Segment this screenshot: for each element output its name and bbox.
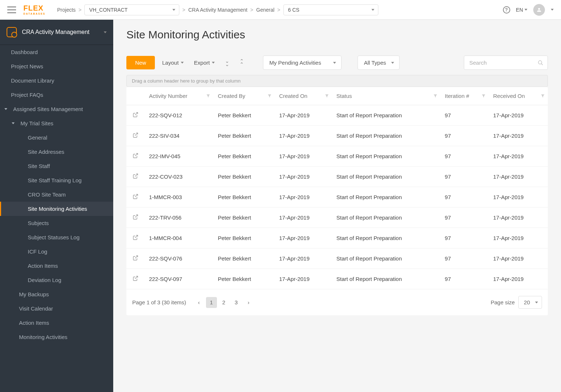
search-icon[interactable] (538, 60, 543, 66)
prev-page-button[interactable]: ‹ (194, 297, 205, 308)
sidebar-item[interactable]: Visit Calendar (0, 301, 113, 316)
table-row[interactable]: 222-IMV-045Peter Bekkert17-Apr-2019Start… (126, 146, 548, 167)
cell: Start of Report Preparation (332, 105, 440, 126)
search-box (464, 56, 548, 70)
sidebar-item[interactable]: Monitoring Activities (0, 330, 113, 344)
open-external-icon[interactable] (133, 214, 138, 220)
filter-icon[interactable] (433, 93, 438, 99)
search-input[interactable] (464, 56, 548, 70)
new-button[interactable]: New (126, 56, 155, 69)
sidebar-item[interactable]: Action Items (0, 316, 113, 330)
column-header[interactable]: Created On (275, 87, 332, 105)
open-cell[interactable] (126, 269, 145, 289)
open-external-icon[interactable] (133, 153, 138, 159)
collapse-all-button[interactable]: ⌃⌃ (237, 57, 247, 68)
sidebar-item-my-trial-sites[interactable]: My Trial Sites (0, 116, 113, 130)
page-button[interactable]: 2 (218, 297, 229, 308)
sidebar-item[interactable]: Subjects (0, 216, 113, 230)
breadcrumb-projects[interactable]: Projects (57, 7, 76, 13)
filter-icon[interactable] (325, 93, 329, 99)
table-row[interactable]: 222-SQV-012Peter Bekkert17-Apr-2019Start… (126, 105, 548, 126)
open-external-icon[interactable] (133, 275, 138, 281)
open-external-icon[interactable] (133, 112, 138, 118)
export-button[interactable]: Export (191, 57, 218, 68)
column-header[interactable]: Created By (213, 87, 275, 105)
sidebar-item[interactable]: Site Staff (0, 159, 113, 173)
sidebar-item[interactable]: Site Addresses (0, 145, 113, 159)
cell: Peter Bekkert (213, 167, 275, 187)
sidebar-item[interactable]: Project FAQs (0, 88, 113, 102)
sidebar-item[interactable]: Site Monitoring Activities (0, 202, 113, 216)
cell: Peter Bekkert (213, 228, 275, 248)
sidebar-item[interactable]: General (0, 130, 113, 145)
sidebar-item[interactable]: CRO Site Team (0, 187, 113, 202)
sidebar-item[interactable]: Site Staff Training Log (0, 173, 113, 187)
open-external-icon[interactable] (133, 132, 138, 138)
filter-icon[interactable] (206, 93, 210, 99)
group-hint[interactable]: Drag a column header here to group by th… (126, 75, 548, 87)
sidebar-header[interactable]: CRA Activity Management (0, 20, 113, 45)
sidebar-label: Project News (11, 63, 43, 69)
svg-line-5 (135, 174, 138, 176)
open-cell[interactable] (126, 105, 145, 126)
open-external-icon[interactable] (133, 194, 138, 199)
open-cell[interactable] (126, 208, 145, 228)
sidebar-item[interactable]: Subject Statuses Log (0, 230, 113, 244)
open-cell[interactable] (126, 248, 145, 269)
expand-all-button[interactable]: ⌄⌄ (222, 57, 232, 68)
filter-icon[interactable] (267, 93, 272, 99)
activities-table: Activity NumberCreated ByCreated OnStatu… (126, 87, 548, 315)
table-row[interactable]: 222-COV-023Peter Bekkert17-Apr-2019Start… (126, 167, 548, 187)
table-row[interactable]: 222-TRV-056Peter Bekkert17-Apr-2019Start… (126, 208, 548, 228)
table-row[interactable]: 222-SQV-076Peter Bekkert17-Apr-2019Start… (126, 248, 548, 269)
page-size-select[interactable]: 20 (518, 296, 542, 309)
sidebar-item[interactable]: Assigned Sites Management (0, 102, 113, 116)
layout-button[interactable]: Layout (159, 57, 187, 68)
site-select[interactable]: 6 CS (283, 4, 378, 15)
open-cell[interactable] (126, 126, 145, 146)
table-row[interactable]: 222-SQV-097Peter Bekkert17-Apr-2019Start… (126, 269, 548, 289)
table-row[interactable]: 222-SIV-034Peter Bekkert17-Apr-2019Start… (126, 126, 548, 146)
cell: 17-Apr-2019 (275, 146, 332, 167)
open-cell[interactable] (126, 187, 145, 208)
avatar[interactable] (533, 4, 545, 16)
sidebar-item[interactable]: Action Items (0, 259, 113, 273)
filter-icon[interactable] (481, 93, 486, 99)
open-cell[interactable] (126, 146, 145, 167)
open-cell[interactable] (126, 167, 145, 187)
next-page-button[interactable]: › (243, 297, 254, 308)
types-filter-select[interactable]: All Types (358, 56, 400, 70)
filter-icon[interactable] (541, 93, 545, 99)
sidebar-label: Project FAQs (11, 92, 43, 98)
sidebar-label: Site Staff (28, 163, 50, 169)
pending-filter-select[interactable]: My Pending Activities (263, 56, 341, 70)
cell: Peter Bekkert (213, 105, 275, 126)
open-external-icon[interactable] (133, 255, 138, 261)
chevron-down-icon[interactable] (551, 9, 554, 11)
sidebar-item[interactable]: Deviation Log (0, 273, 113, 287)
breadcrumb-activity[interactable]: CRA Activity Management (188, 7, 247, 13)
table-row[interactable]: 1-MMCR-004Peter Bekkert17-Apr-2019Start … (126, 228, 548, 248)
column-header[interactable]: Iteration # (440, 87, 489, 105)
sidebar-item[interactable]: My Backups (0, 287, 113, 301)
column-header[interactable]: Status (332, 87, 440, 105)
page-button[interactable]: 1 (206, 297, 217, 308)
open-external-icon[interactable] (133, 173, 138, 179)
language-select[interactable]: EN (516, 7, 527, 13)
table-row[interactable]: 1-MMCR-003Peter Bekkert17-Apr-2019Start … (126, 187, 548, 208)
project-select[interactable]: VH_CONTRACT (84, 4, 179, 15)
separator: > (182, 7, 185, 13)
open-cell[interactable] (126, 228, 145, 248)
column-header[interactable]: Received On (489, 87, 548, 105)
sidebar-item[interactable]: Project News (0, 59, 113, 73)
cell: 17-Apr-2019 (275, 126, 332, 146)
help-icon[interactable]: ? (503, 6, 510, 14)
sidebar-item[interactable]: Dashboard (0, 45, 113, 59)
page-button[interactable]: 3 (231, 297, 242, 308)
column-header[interactable]: Activity Number (145, 87, 213, 105)
sidebar-item[interactable]: ICF Log (0, 244, 113, 259)
open-external-icon[interactable] (133, 235, 138, 240)
menu-toggle-button[interactable] (7, 7, 16, 13)
sidebar-item[interactable]: Document Library (0, 73, 113, 88)
breadcrumb-general[interactable]: General (256, 7, 275, 13)
